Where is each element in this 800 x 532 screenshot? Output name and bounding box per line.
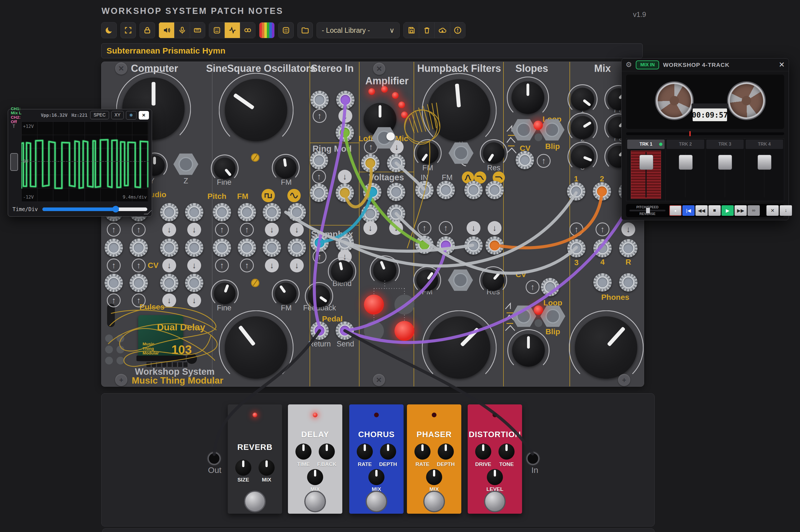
pedal-knob[interactable] xyxy=(368,469,384,485)
play-button[interactable]: ▶ xyxy=(722,205,734,216)
patch-jack[interactable] xyxy=(263,203,281,221)
pedal-phaser[interactable]: PHASERRATEDEPTHMIX xyxy=(407,404,461,514)
rotary-knob[interactable] xyxy=(428,79,491,142)
patch-jack[interactable] xyxy=(415,181,434,199)
patch-jack[interactable] xyxy=(485,181,504,199)
color-theme-button[interactable] xyxy=(259,22,274,38)
pedal-knob[interactable] xyxy=(487,469,503,485)
rotary-knob[interactable] xyxy=(373,259,396,282)
program-card[interactable]: Dual Delay Music Thing Modular 103 xyxy=(138,315,183,360)
tape-progress-bar[interactable] xyxy=(626,132,784,135)
patch-jack[interactable] xyxy=(619,273,637,291)
patch-jack[interactable] xyxy=(361,154,379,172)
rotary-knob[interactable] xyxy=(512,334,545,367)
pedalboard-out-jack[interactable] xyxy=(208,452,221,465)
patch-jack[interactable] xyxy=(361,205,379,223)
scope-button[interactable] xyxy=(224,22,240,38)
card-eject-knob[interactable] xyxy=(186,354,197,364)
pedal-knob[interactable] xyxy=(259,460,274,476)
scope-freeze-button[interactable]: ❄ xyxy=(126,111,136,119)
led-indicator-on[interactable] xyxy=(395,321,415,341)
pedalboard-in-jack[interactable] xyxy=(526,452,539,465)
track-1[interactable]: TRK 1 xyxy=(626,139,666,201)
pitch-speed-slider[interactable] xyxy=(629,210,665,211)
to-start-button[interactable]: |◀ xyxy=(682,205,694,216)
patch-jack[interactable] xyxy=(104,239,123,257)
microphone-button[interactable] xyxy=(174,22,190,38)
patch-jack[interactable] xyxy=(619,239,637,258)
pedal-knob[interactable] xyxy=(319,443,335,460)
pedal-footswitch[interactable] xyxy=(366,491,387,512)
panel-screw[interactable]: + xyxy=(618,374,630,386)
trim-screw[interactable] xyxy=(251,153,259,162)
pedal-chorus[interactable]: CHORUSRATEDEPTHMIX xyxy=(349,404,404,514)
patch-jack[interactable] xyxy=(387,183,405,201)
patch-jack[interactable] xyxy=(387,154,405,172)
audio-enable-button[interactable] xyxy=(159,22,174,38)
patch-jack[interactable] xyxy=(336,322,354,340)
rotary-knob[interactable] xyxy=(416,269,438,291)
track-1-header[interactable]: TRK 1 xyxy=(627,139,665,149)
patch-jack[interactable] xyxy=(593,182,611,201)
loop-button[interactable]: ∞ xyxy=(747,205,760,216)
rotary-knob[interactable] xyxy=(483,142,504,164)
track-3-header[interactable]: TRK 3 xyxy=(706,139,744,149)
rotary-knob[interactable] xyxy=(225,79,287,141)
fullscreen-button[interactable] xyxy=(120,22,136,38)
stop-button[interactable]: ■ xyxy=(708,205,721,216)
info-button[interactable] xyxy=(450,22,465,38)
patch-jack[interactable] xyxy=(185,203,203,221)
pedal-footswitch[interactable] xyxy=(484,491,506,512)
patch-jack[interactable] xyxy=(238,239,256,257)
patch-jack[interactable] xyxy=(310,233,329,252)
delete-button[interactable] xyxy=(419,22,434,38)
keyboard-button[interactable] xyxy=(190,22,205,38)
rotary-knob[interactable] xyxy=(417,142,439,164)
track-4[interactable]: TRK 4 xyxy=(745,139,784,201)
track-4-fader[interactable] xyxy=(758,155,772,170)
pedal-knob[interactable] xyxy=(380,443,396,460)
rotary-knob[interactable] xyxy=(428,317,491,379)
led-indicator-off[interactable] xyxy=(395,294,415,315)
download-track-button[interactable]: ↓ xyxy=(780,205,792,216)
rotary-knob[interactable] xyxy=(331,260,353,282)
patch-jack[interactable] xyxy=(336,184,354,202)
patch-jack[interactable] xyxy=(485,236,504,254)
pedal-distortion[interactable]: DISTORTIONDRIVETONELEVEL xyxy=(468,404,522,514)
pedal-knob[interactable] xyxy=(415,443,431,460)
track-2-fader[interactable] xyxy=(679,155,693,170)
patch-jack[interactable] xyxy=(363,183,381,201)
library-select[interactable]: - Local Library - ∨ xyxy=(317,22,400,38)
patch-jack[interactable] xyxy=(437,236,455,254)
scope-spec-button[interactable]: SPEC xyxy=(90,111,109,119)
pedal-reverb[interactable]: REVERBSIZEMIX xyxy=(228,404,282,514)
panel-screw[interactable]: + xyxy=(115,374,127,386)
pedal-knob[interactable] xyxy=(426,469,442,485)
track-3[interactable]: TRK 3 xyxy=(705,139,745,201)
patch-jack[interactable] xyxy=(238,203,256,221)
scope-close-button[interactable]: ✕ xyxy=(139,111,149,119)
track-3-fader[interactable] xyxy=(718,155,732,170)
lofi-mic-toggle[interactable] xyxy=(386,132,395,140)
patch-jack[interactable] xyxy=(310,151,328,170)
rotary-knob[interactable] xyxy=(571,116,594,139)
patch-jack[interactable] xyxy=(213,203,231,221)
four-track-close-button[interactable]: ✕ xyxy=(779,60,785,69)
pedal-footswitch[interactable] xyxy=(423,491,445,512)
rotary-knob[interactable] xyxy=(482,269,504,291)
pedal-knob[interactable] xyxy=(357,443,373,460)
pedal-footswitch[interactable] xyxy=(304,491,326,512)
pedal-knob[interactable] xyxy=(235,460,251,476)
patch-jack[interactable] xyxy=(130,239,148,257)
mix-in-button[interactable]: MIX IN xyxy=(636,60,659,69)
record-button[interactable]: ● xyxy=(669,205,682,216)
patch-jack[interactable] xyxy=(516,151,534,169)
patch-jack[interactable] xyxy=(160,239,178,257)
pedal-delay[interactable]: DELAYTIMEF.BACKMIX xyxy=(288,404,342,514)
module-close-screw[interactable]: ✕ xyxy=(373,63,385,75)
rotary-knob[interactable] xyxy=(275,157,297,178)
scope-trigger-handle[interactable] xyxy=(10,153,18,171)
rotary-knob[interactable] xyxy=(308,285,330,307)
patch-jack[interactable] xyxy=(130,274,148,292)
rotary-knob[interactable] xyxy=(575,317,637,379)
